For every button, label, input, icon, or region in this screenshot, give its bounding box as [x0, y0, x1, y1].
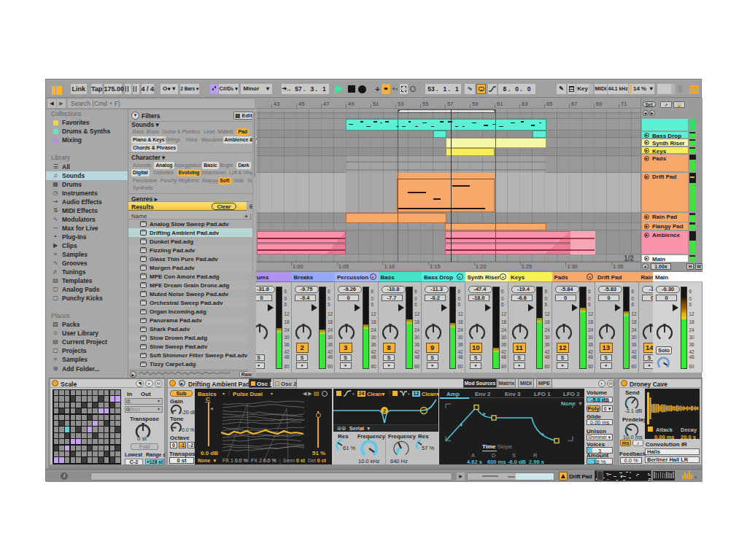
svg-text:0.00 ms: 0.00 ms	[654, 433, 675, 439]
svg-text:Attack: Attack	[656, 427, 673, 433]
svg-text:2: 2	[383, 408, 386, 413]
svg-text:20.0 s: 20.0 s	[681, 433, 696, 439]
svg-text:Decay: Decay	[681, 427, 697, 433]
